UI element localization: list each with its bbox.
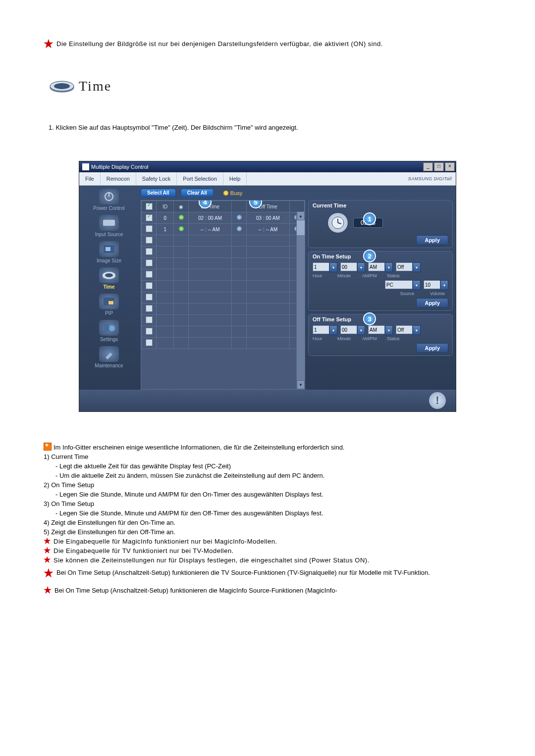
- panel-title: Current Time: [313, 202, 448, 208]
- scroll-up-icon[interactable]: ▲: [297, 211, 305, 220]
- titlebar: Multiple Display Control _ □ ×: [79, 161, 456, 172]
- table-row[interactable]: [142, 326, 305, 338]
- item-1b: - Um die aktuelle Zeit zu ändern, müssen…: [55, 472, 491, 479]
- sidebar-item-input[interactable]: Input Source: [79, 215, 139, 237]
- table-row[interactable]: [142, 281, 305, 292]
- status-dot-icon: [179, 226, 184, 231]
- apply-button[interactable]: Apply: [416, 235, 448, 245]
- sidebar-item-settings[interactable]: Settings: [79, 320, 139, 342]
- clear-all-button[interactable]: Clear All: [181, 189, 214, 197]
- table-row[interactable]: 1 -- : -- AM -- : -- AM: [142, 224, 305, 235]
- row-checkbox[interactable]: [146, 225, 153, 232]
- sidebar-item-pip[interactable]: PIP: [79, 294, 139, 316]
- table-row[interactable]: [142, 258, 305, 269]
- star-icon: ★: [44, 569, 54, 578]
- chevron-down-icon[interactable]: ▾: [413, 280, 421, 290]
- close-button[interactable]: ×: [445, 162, 455, 171]
- chevron-down-icon[interactable]: ▾: [413, 262, 421, 272]
- sidebar-item-maintenance[interactable]: Maintenance: [79, 346, 139, 368]
- status-select[interactable]: ▾: [396, 325, 421, 335]
- ampm-select[interactable]: ▾: [368, 262, 393, 272]
- app-logo-icon: [82, 163, 89, 170]
- brand-text: SAMSUNG DIGITall: [408, 176, 452, 181]
- row-checkbox[interactable]: [146, 339, 153, 346]
- star-icon: ★: [44, 538, 51, 545]
- header-checkbox[interactable]: [146, 203, 153, 210]
- chevron-down-icon[interactable]: ▾: [329, 325, 337, 335]
- panel-title: Off Time Setup: [313, 316, 448, 322]
- ampm-select[interactable]: ▾: [368, 325, 393, 335]
- table-row[interactable]: [142, 303, 305, 315]
- star-icon: ★: [44, 556, 51, 563]
- table-row[interactable]: [142, 247, 305, 258]
- row-checkbox[interactable]: [146, 282, 153, 289]
- row-checkbox[interactable]: [146, 305, 153, 312]
- heading-text: Time: [79, 78, 111, 94]
- menu-port-selection[interactable]: Port Selection: [177, 172, 223, 185]
- table-row[interactable]: [142, 292, 305, 303]
- row-checkbox[interactable]: [146, 294, 153, 301]
- table-row[interactable]: [142, 338, 305, 349]
- apply-button[interactable]: Apply: [416, 343, 448, 353]
- sidebar-item-label: Image Size: [97, 258, 121, 263]
- row-checkbox[interactable]: [146, 328, 153, 335]
- sidebar-item-time[interactable]: Time: [79, 267, 139, 290]
- chevron-down-icon[interactable]: ▾: [413, 325, 421, 335]
- table-row[interactable]: [142, 235, 305, 247]
- chevron-down-icon[interactable]: ▾: [357, 325, 365, 335]
- minimize-button[interactable]: _: [423, 162, 433, 171]
- status-select[interactable]: ▾: [396, 262, 421, 272]
- chevron-down-icon[interactable]: ▾: [357, 262, 365, 272]
- row-checkbox[interactable]: [146, 271, 153, 278]
- star-box-icon: [44, 443, 52, 451]
- maximize-button[interactable]: □: [434, 162, 444, 171]
- note-4: Bei On Time Setup (Anschaltzeit-Setup) f…: [56, 569, 430, 576]
- scroll-thumb[interactable]: [297, 220, 305, 235]
- table-row[interactable]: [142, 315, 305, 326]
- row-checkbox[interactable]: [146, 214, 153, 221]
- row-checkbox[interactable]: [146, 259, 153, 266]
- panel-title: On Time Setup: [313, 253, 448, 259]
- sidebar-item-power[interactable]: Power Control: [79, 189, 139, 211]
- note-1: Die Eingabequelle für MagicInfo funktion…: [54, 538, 277, 545]
- star-icon: ★: [44, 547, 51, 554]
- source-select[interactable]: ▾: [385, 280, 421, 290]
- svg-point-14: [109, 325, 115, 331]
- hour-select[interactable]: ▾: [313, 325, 337, 335]
- menubar: File Remocon Safety Lock Port Selection …: [79, 172, 456, 186]
- menu-remocon[interactable]: Remocon: [101, 172, 136, 185]
- table-row[interactable]: 0 02 : 00 AM 03 : 00 AM: [142, 212, 305, 224]
- item-4: 4) Zeigt die Einstellungen für den On-Ti…: [44, 519, 491, 526]
- chevron-down-icon[interactable]: ▾: [385, 325, 393, 335]
- menu-help[interactable]: Help: [223, 172, 247, 185]
- menu-file[interactable]: File: [79, 172, 101, 185]
- busy-indicator: Busy: [223, 190, 242, 196]
- label-minute: Minute: [337, 273, 359, 278]
- label-volume: Volume: [427, 291, 448, 296]
- footer-bar: !: [79, 390, 456, 411]
- menu-safety-lock[interactable]: Safety Lock: [136, 172, 177, 185]
- callout-1: 1: [363, 212, 376, 225]
- row-checkbox[interactable]: [146, 237, 153, 244]
- table-row[interactable]: [142, 269, 305, 281]
- row-checkbox[interactable]: [146, 248, 153, 255]
- power-icon: [99, 189, 119, 204]
- row-checkbox[interactable]: [146, 316, 153, 323]
- scroll-down-icon[interactable]: ▼: [297, 380, 305, 389]
- star-icon: ★: [44, 40, 54, 49]
- label-status: Status: [387, 336, 409, 341]
- chevron-down-icon[interactable]: ▾: [440, 280, 448, 290]
- chevron-down-icon[interactable]: ▾: [385, 262, 393, 272]
- col-id: ID: [157, 201, 174, 212]
- minute-select[interactable]: ▾: [340, 262, 365, 272]
- hour-select[interactable]: ▾: [313, 262, 337, 272]
- sidebar-item-image-size[interactable]: Image Size: [79, 241, 139, 263]
- minute-select[interactable]: ▾: [340, 325, 365, 335]
- scrollbar[interactable]: ▲ ▼: [296, 211, 305, 389]
- select-all-button[interactable]: Select All: [141, 189, 176, 197]
- chevron-down-icon[interactable]: ▾: [329, 262, 337, 272]
- clock-icon: [327, 212, 348, 233]
- apply-button[interactable]: Apply: [416, 298, 448, 308]
- volume-select[interactable]: ▾: [424, 280, 448, 290]
- info-exclaim-icon: !: [429, 392, 446, 409]
